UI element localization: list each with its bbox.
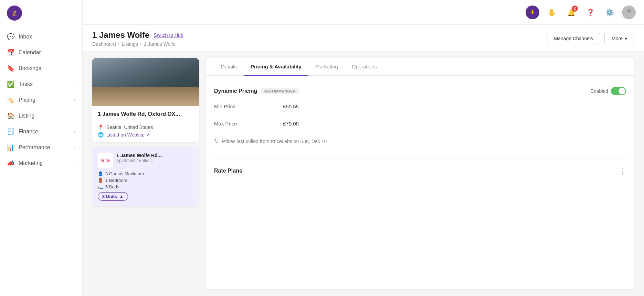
channel-type: Apartment / Entire... — [116, 158, 163, 163]
tab-details[interactable]: Details — [214, 58, 244, 76]
units-label: 3 Units — [102, 194, 117, 199]
listing-image — [92, 58, 199, 106]
marketing-arrow-icon: › — [74, 161, 75, 166]
breadcrumb-listings[interactable]: Listings — [122, 41, 138, 47]
listing-card-body: 1 James Wolfe Rd, Oxford OX... 📍 Seattle… — [92, 106, 199, 142]
listing-meta: 📍 Seattle, United States 🌐 Listed on Web… — [98, 124, 193, 138]
tab-marketing[interactable]: Marketing — [308, 58, 345, 76]
sidebar-item-listing[interactable]: 🏠 Listing — [0, 108, 82, 124]
sidebar-item-pricing[interactable]: 🏷️ Pricing › — [0, 92, 82, 108]
tab-content: Dynamic Pricing RECOMMENDED Enabled Min … — [206, 76, 634, 289]
external-link-icon: ↗ — [146, 132, 150, 138]
app-logo[interactable]: Z — [7, 6, 22, 21]
sidebar-item-tasks[interactable]: ✅ Tasks › — [0, 76, 82, 92]
main-container: + ✋ 🔔 2 ❓ ⚙️ 1 James Wolfe Switch to Hub… — [83, 0, 644, 296]
settings-icon[interactable]: ⚙️ — [603, 6, 616, 19]
content-area: 1 James Wolfe Switch to Hub Dashboard • … — [83, 25, 644, 296]
notification-badge: 2 — [572, 6, 578, 12]
beds-stat-row: 🛏️ 5 Beds — [98, 184, 193, 189]
tasks-icon: ✅ — [7, 80, 14, 88]
listing-location: Seattle, United States — [106, 124, 153, 130]
topbar: + ✋ 🔔 2 ❓ ⚙️ — [83, 0, 644, 25]
breadcrumb-dashboard[interactable]: Dashboard — [92, 41, 116, 47]
max-price-label: Max Price — [214, 121, 283, 127]
sidebar-item-calendar[interactable]: 📅 Calendar — [0, 45, 82, 61]
more-button[interactable]: More ▾ — [604, 33, 634, 44]
globe-icon: 🌐 — [98, 132, 104, 138]
calendar-icon: 📅 — [7, 49, 14, 56]
location-pin-icon: 📍 — [98, 124, 104, 130]
channel-info: bride 1 James Wolfe Rd.... Apartment / E… — [98, 153, 163, 168]
channel-stats: 👤 3 Guests Maximum 🚪 1 Bedroom 🛏️ 5 Beds — [98, 171, 193, 189]
dynamic-pricing-row: Dynamic Pricing RECOMMENDED Enabled — [214, 84, 626, 98]
listing-icon: 🏠 — [7, 112, 14, 120]
hand-icon[interactable]: ✋ — [545, 6, 559, 19]
help-icon[interactable]: ❓ — [583, 6, 597, 19]
svg-point-0 — [627, 9, 631, 13]
manage-channels-button[interactable]: Manage Channels — [547, 33, 600, 44]
listing-website-row: 🌐 Listed on Website ↗ — [98, 132, 193, 138]
channel-logo: bride — [98, 153, 113, 168]
bedrooms-count: 1 Bedroom — [105, 178, 127, 183]
listed-on-website-link[interactable]: Listed on Website ↗ — [106, 132, 150, 138]
breadcrumb: Dashboard • Listings • 1 James Wolfe — [92, 41, 183, 47]
rate-plans-options-button[interactable]: ⋮ — [619, 167, 626, 175]
sidebar-item-performance[interactable]: 📊 Performance › — [0, 140, 82, 155]
rate-plans-title: Rate Plans — [214, 168, 242, 174]
svg-point-1 — [626, 13, 632, 17]
bedroom-icon: 🚪 — [98, 178, 103, 183]
page-body: 1 James Wolfe Rd, Oxford OX... 📍 Seattle… — [83, 51, 644, 296]
channel-card: bride 1 James Wolfe Rd.... Apartment / E… — [92, 147, 199, 206]
add-button[interactable]: + — [526, 6, 539, 19]
units-badge-button[interactable]: 3 Units ▲ — [98, 192, 128, 201]
dynamic-pricing-toggle[interactable] — [611, 87, 626, 95]
right-panel: Details Pricing & Availability Marketing… — [206, 58, 634, 289]
tab-operations[interactable]: Operations — [345, 58, 384, 76]
tabs-bar: Details Pricing & Availability Marketing… — [206, 58, 634, 76]
rate-plans-section: Rate Plans ⋮ — [214, 167, 626, 175]
chevron-down-icon: ▾ — [625, 36, 627, 41]
header-actions: Manage Channels More ▾ — [547, 33, 634, 44]
switch-to-hub-link[interactable]: Switch to Hub — [154, 32, 183, 38]
units-chevron-up-icon: ▲ — [119, 194, 124, 199]
breadcrumb-current: 1 James Wolfe — [144, 41, 176, 47]
guests-max: 3 Guests Maximum — [105, 171, 144, 176]
page-header: 1 James Wolfe Switch to Hub Dashboard • … — [83, 25, 644, 51]
min-price-label: Min Price — [214, 103, 283, 109]
page-title: 1 James Wolfe Switch to Hub — [92, 30, 183, 40]
sidebar-item-marketing[interactable]: 📣 Marketing › — [0, 155, 82, 171]
sync-icon: ↻ — [214, 138, 219, 144]
listing-location-row: 📍 Seattle, United States — [98, 124, 193, 130]
tasks-arrow-icon: › — [74, 82, 75, 87]
channel-text: 1 James Wolfe Rd.... Apartment / Entire.… — [116, 153, 163, 163]
toggle-container: Enabled — [591, 87, 626, 95]
channel-name: 1 James Wolfe Rd.... — [116, 153, 163, 158]
min-price-row: Min Price £50.55 — [214, 98, 626, 115]
sync-text: Prices last pulled from PriceLabs on Sun… — [222, 139, 327, 144]
listing-card: 1 James Wolfe Rd, Oxford OX... 📍 Seattle… — [92, 58, 199, 142]
sidebar-item-inbox[interactable]: 💬 Inbox — [0, 29, 82, 45]
channel-options-button[interactable]: ⋮ — [187, 153, 193, 161]
sidebar-item-bookings[interactable]: 🔖 Bookings — [0, 61, 82, 76]
listing-image-inner — [92, 58, 199, 106]
finance-arrow-icon: › — [74, 129, 75, 134]
recommended-badge: RECOMMENDED — [261, 88, 298, 94]
breadcrumb-dot-1: • — [118, 41, 120, 47]
sidebar: Z 💬 Inbox 📅 Calendar 🔖 Bookings ✅ Tasks … — [0, 0, 83, 296]
bookings-icon: 🔖 — [7, 65, 14, 72]
listing-address: 1 James Wolfe Rd, Oxford OX... — [98, 111, 193, 121]
toggle-label: Enabled — [591, 88, 608, 94]
pricing-icon: 🏷️ — [7, 96, 14, 104]
performance-icon: 📊 — [7, 144, 14, 151]
inbox-icon: 💬 — [7, 33, 14, 41]
user-avatar[interactable] — [622, 6, 636, 19]
pricing-arrow-icon: › — [74, 98, 75, 102]
beds-count: 5 Beds — [105, 184, 119, 189]
tab-pricing-availability[interactable]: Pricing & Availability — [244, 58, 308, 76]
max-price-row: Max Price £70.00 — [214, 115, 626, 132]
notification-bell[interactable]: 🔔 2 — [564, 6, 578, 19]
bedrooms-stat-row: 🚪 1 Bedroom — [98, 178, 193, 183]
sidebar-item-finance[interactable]: 🧾 Finance › — [0, 124, 82, 140]
guests-stat-row: 👤 3 Guests Maximum — [98, 171, 193, 176]
marketing-icon: 📣 — [7, 160, 14, 167]
